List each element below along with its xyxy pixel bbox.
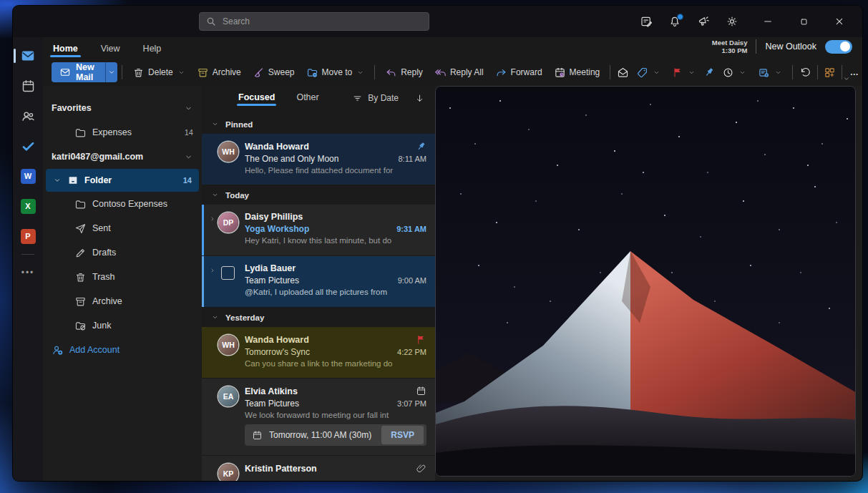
tab-help[interactable]: Help <box>142 41 163 59</box>
meet-title: Meet Daisy <box>712 39 748 47</box>
folder-sent[interactable]: Sent <box>43 216 202 240</box>
meeting-calendar-icon <box>554 67 566 79</box>
bell-icon[interactable] <box>663 11 686 32</box>
apps-button[interactable] <box>823 62 837 82</box>
unread-indicator <box>202 205 204 255</box>
message-time: 8:11 AM <box>398 155 426 163</box>
rail-powerpoint-icon[interactable]: P <box>19 227 37 245</box>
chevron-down-icon <box>211 191 219 199</box>
message-row-wanda-pinned[interactable]: WH Wanda Howard The One and Only Moon 8:… <box>202 134 435 185</box>
undo-button[interactable] <box>798 62 812 82</box>
message-list: Focused Other By Date Pinned WH Wanda Ho… <box>202 86 435 481</box>
pin-button[interactable] <box>702 62 716 82</box>
favorites-header[interactable]: Favorites <box>43 96 202 120</box>
add-account-icon <box>52 344 64 356</box>
search-icon <box>205 16 217 27</box>
folder-archive[interactable]: Archive <box>43 289 202 313</box>
megaphone-icon[interactable] <box>692 11 715 32</box>
delete-button[interactable]: Delete <box>127 62 190 82</box>
rail-word-icon[interactable]: W <box>19 167 37 185</box>
forward-button[interactable]: Forward <box>490 62 547 82</box>
settings-gear-icon[interactable] <box>721 11 743 32</box>
rail-calendar-icon[interactable] <box>19 77 37 95</box>
collapse-ribbon-icon[interactable] <box>842 74 851 83</box>
folder-contoso-expenses[interactable]: Contoso Expenses <box>43 192 202 216</box>
section-today[interactable]: Today <box>202 185 435 205</box>
tab-other[interactable]: Other <box>296 89 319 108</box>
account-header[interactable]: katri0487@gmail.com <box>43 145 202 169</box>
sort-control[interactable]: By Date <box>352 93 425 104</box>
chevron-down-icon <box>774 69 782 77</box>
meet-time: 1:30 PM <box>712 47 748 54</box>
move-to-folder-icon <box>306 67 318 79</box>
folder-junk[interactable]: Junk <box>43 313 202 338</box>
sort-direction-icon[interactable] <box>414 93 425 104</box>
folder-drafts[interactable]: Drafts <box>43 240 202 265</box>
rail-more-apps-icon[interactable]: ••• <box>19 263 37 282</box>
search-input[interactable] <box>223 16 423 26</box>
rail-mail-icon[interactable] <box>19 47 37 65</box>
avatar: EA <box>218 386 238 406</box>
new-outlook-toggle[interactable] <box>825 40 852 54</box>
archive-icon <box>197 67 209 79</box>
maximize-button[interactable] <box>792 11 815 32</box>
command-bar: New Mail Delete Archive Sweep Move to Re… <box>43 59 862 86</box>
chevron-down-icon <box>688 69 696 77</box>
message-row-wanda-flagged[interactable]: WH Wanda Howard Tomorrow's Sync 4:22 PM … <box>202 327 435 379</box>
add-account-button[interactable]: Add Account <box>43 338 202 362</box>
chevron-down-icon <box>184 152 193 162</box>
paperclip-icon <box>416 463 426 474</box>
move-to-button[interactable]: Move to <box>301 62 370 82</box>
rail-people-icon[interactable] <box>19 107 37 125</box>
tab-view[interactable]: View <box>99 41 122 59</box>
tag-button[interactable] <box>631 62 665 82</box>
search-box[interactable] <box>199 12 429 31</box>
new-mail-button[interactable]: New Mail <box>52 62 117 82</box>
reply-all-button[interactable]: Reply All <box>429 62 489 82</box>
notes-icon[interactable] <box>635 11 658 32</box>
message-list-tabs: Focused Other By Date <box>202 86 435 110</box>
message-row-daisy[interactable]: DP Daisy Phillips Yoga Workshop 9:31 AM … <box>202 205 435 256</box>
rules-button[interactable] <box>753 62 787 82</box>
folder-selected[interactable]: Folder 14 <box>46 169 199 192</box>
section-pinned[interactable]: Pinned <box>202 114 435 134</box>
tab-focused[interactable]: Focused <box>238 89 275 108</box>
message-time: 9:00 AM <box>398 276 426 285</box>
message-row-lydia-selected[interactable]: Lydia Bauer Team Pictures 9:00 AM @Katri… <box>202 256 435 308</box>
rail-divider <box>21 254 34 255</box>
snooze-button[interactable] <box>717 62 751 82</box>
meeting-button[interactable]: Meeting <box>549 62 605 82</box>
reply-button[interactable]: Reply <box>380 62 428 82</box>
message-checkbox[interactable] <box>221 266 235 280</box>
sweep-button[interactable]: Sweep <box>248 62 300 82</box>
expand-chevron-icon[interactable] <box>206 212 218 255</box>
read-unread-button[interactable] <box>615 62 630 82</box>
read-unread-icon <box>617 67 629 79</box>
rail-excel-icon[interactable]: X <box>19 197 37 215</box>
unread-count: 14 <box>183 176 192 185</box>
chevron-down-icon <box>177 69 185 77</box>
flag-icon[interactable] <box>416 334 426 345</box>
new-mail-dropdown[interactable] <box>105 62 117 82</box>
reply-all-icon <box>434 67 447 79</box>
message-row-kristin[interactable]: KP Kristin Patterson <box>202 456 435 481</box>
junk-icon <box>74 320 87 332</box>
meet-now[interactable]: Meet Daisy 1:30 PM <box>712 39 748 54</box>
sent-icon <box>74 223 87 235</box>
folder-expenses[interactable]: Expenses 14 <box>43 120 202 145</box>
rules-icon <box>758 67 770 79</box>
tab-home[interactable]: Home <box>52 41 79 59</box>
archive-button[interactable]: Archive <box>192 62 246 82</box>
folder-trash[interactable]: Trash <box>43 265 202 289</box>
close-button[interactable] <box>828 11 851 32</box>
rsvp-button[interactable]: RSVP <box>381 426 424 444</box>
chevron-down-icon <box>53 176 62 185</box>
message-row-elvia[interactable]: EA Elvia Atikins Team Pictures 3:07 PM W… <box>202 379 435 456</box>
minimize-button[interactable] <box>756 11 779 32</box>
flag-button[interactable] <box>667 62 701 82</box>
expand-chevron-icon[interactable] <box>206 263 218 307</box>
rail-todo-icon[interactable] <box>19 137 37 155</box>
unread-count: 14 <box>185 128 193 137</box>
section-yesterday[interactable]: Yesterday <box>202 308 435 327</box>
pin-icon <box>703 67 715 78</box>
